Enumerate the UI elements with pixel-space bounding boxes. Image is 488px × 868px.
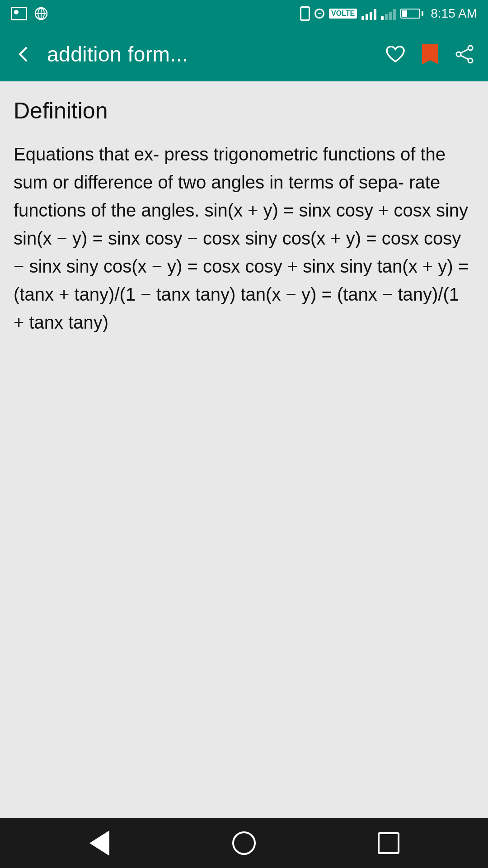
nav-recent-button[interactable] xyxy=(371,825,407,861)
svg-point-5 xyxy=(468,58,473,63)
main-content: Definition Equations that ex- press trig… xyxy=(0,81,488,818)
nav-back-button[interactable] xyxy=(81,825,117,861)
status-bar-left-icons xyxy=(11,7,48,20)
app-bar: addition form... xyxy=(0,27,488,81)
phone-icon xyxy=(300,6,310,21)
definition-body: Equations that ex- press trigonometric f… xyxy=(14,140,474,336)
wifi-icon xyxy=(34,7,48,20)
battery-icon xyxy=(400,9,423,19)
app-bar-title: addition form... xyxy=(47,42,371,66)
gallery-icon xyxy=(11,7,27,20)
heart-icon[interactable] xyxy=(385,44,406,64)
status-time: 8:15 AM xyxy=(431,6,477,21)
svg-point-4 xyxy=(468,46,473,50)
signal-bars-1 xyxy=(361,7,376,20)
signal-bars-2 xyxy=(381,7,396,20)
definition-heading: Definition xyxy=(14,98,474,124)
dnd-icon: − xyxy=(314,9,324,19)
status-bar-right-icons: − VOLTE 8:15 AM xyxy=(300,6,477,21)
svg-line-7 xyxy=(461,49,468,53)
back-button[interactable] xyxy=(14,44,33,64)
status-bar: − VOLTE 8:15 AM xyxy=(0,0,488,27)
svg-point-6 xyxy=(456,52,461,57)
nav-home-button[interactable] xyxy=(226,825,262,861)
app-bar-actions xyxy=(385,44,474,64)
bookmark-icon[interactable] xyxy=(422,44,438,64)
share-icon[interactable] xyxy=(455,44,474,64)
volte-badge: VOLTE xyxy=(329,9,357,19)
svg-line-8 xyxy=(461,56,468,59)
nav-bar xyxy=(0,818,488,868)
